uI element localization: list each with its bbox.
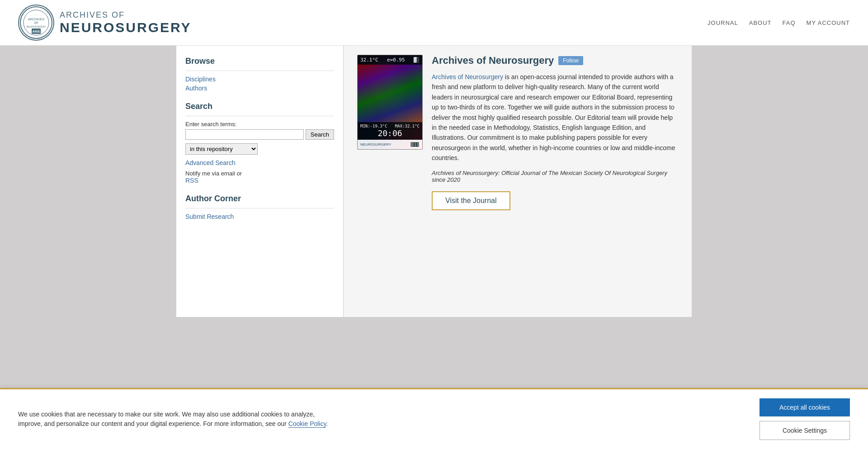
content-inner: 32.1°C e=0.95 ▓░ MIN:-19.3°C MAX:32.1°C … (357, 55, 678, 210)
advanced-search-row: Advanced Search (185, 159, 334, 166)
search-label: Enter search terms: (185, 121, 334, 128)
journal-bottom-logo: NEUROSURGERY ▐▐ (358, 140, 422, 149)
author-corner-section: Author Corner Submit Research (185, 194, 334, 220)
cookie-policy-link[interactable]: Cookie Policy (288, 420, 326, 428)
advanced-search-link[interactable]: Advanced Search (185, 159, 334, 166)
journal-top-bar: 32.1°C e=0.95 ▓░ (358, 55, 422, 65)
article-body: Archives of Neurosurgery is an open-acce… (432, 72, 678, 163)
author-corner-heading: Author Corner (185, 194, 334, 203)
logo-area: ARCHIVES OF NEUROSURGERY ANS · · · · · ·… (18, 5, 192, 41)
journal-min-temp: MIN:-19.3°C (360, 124, 387, 128)
logo-neurosurgery: NEUROSURGERY (60, 20, 192, 35)
search-input[interactable] (185, 129, 304, 140)
logo-text: ARCHIVES OF NEUROSURGERY (60, 10, 192, 35)
cookie-text: We use cookies that are necessary to mak… (18, 410, 335, 429)
visit-journal-button[interactable]: Visit the Journal (432, 191, 510, 210)
search-divider (185, 116, 334, 116)
search-row: Search (185, 129, 334, 140)
article-link[interactable]: Archives of Neurosurgery (432, 73, 503, 80)
sidebar-link-authors[interactable]: Authors (185, 85, 334, 92)
journal-emissivity: e=0.95 (387, 57, 405, 63)
article-text: Archives of Neurosurgery Follow Archives… (432, 55, 678, 210)
journal-cover-image: 32.1°C e=0.95 ▓░ MIN:-19.3°C MAX:32.1°C … (357, 55, 423, 150)
nav-faq[interactable]: FAQ (783, 19, 796, 26)
nav-about[interactable]: ABOUT (749, 19, 772, 26)
journal-bottom-bar: MIN:-19.3°C MAX:32.1°C 20:06 (358, 122, 422, 140)
browse-divider (185, 71, 334, 71)
follow-button[interactable]: Follow (558, 56, 583, 65)
journal-max-temp: MAX:32.1°C (395, 124, 420, 128)
accept-cookies-button[interactable]: Accept all cookies (760, 398, 850, 416)
sidebar: Browse Disciplines Authors Search Enter … (176, 46, 344, 317)
cookie-settings-button[interactable]: Cookie Settings (760, 421, 850, 440)
browse-section: Browse Disciplines Authors (185, 57, 334, 92)
logo-svg: ARCHIVES OF NEUROSURGERY ANS · · · · · ·… (19, 6, 53, 39)
nav-my-account[interactable]: MY ACCOUNT (807, 19, 850, 26)
svg-text:ANS: ANS (33, 29, 41, 33)
notify-label: Notify me via email or (185, 170, 242, 177)
notify-row: Notify me via email or RSS (185, 170, 334, 184)
sidebar-link-disciplines[interactable]: Disciplines (185, 76, 334, 83)
svg-text:· · · · · · · · · ·: · · · · · · · · · · (30, 14, 42, 16)
journal-time: 20:06 (360, 128, 420, 138)
journal-temp-range: MIN:-19.3°C MAX:32.1°C (360, 124, 420, 128)
main-content: 32.1°C e=0.95 ▓░ MIN:-19.3°C MAX:32.1°C … (344, 46, 692, 317)
svg-text:OF: OF (34, 21, 38, 24)
svg-text:NEUROSURGERY: NEUROSURGERY (27, 25, 46, 28)
main-container: Browse Disciplines Authors Search Enter … (176, 46, 692, 317)
article-body-text: is an open-access journal intended to pr… (432, 73, 675, 161)
logo-circle: ARCHIVES OF NEUROSURGERY ANS · · · · · ·… (18, 5, 54, 41)
search-scope-select[interactable]: in this repository (185, 143, 258, 155)
cookie-message: We use cookies that are necessary to mak… (18, 411, 315, 427)
nav-journal[interactable]: JOURNAL (708, 19, 738, 26)
rss-link[interactable]: RSS (185, 177, 334, 184)
article-title-row: Archives of Neurosurgery Follow (432, 55, 678, 66)
article-italic-note: Archives of Neurosurgery: Official Journ… (432, 170, 678, 183)
journal-temp: 32.1°C (360, 57, 378, 63)
battery-icon: ▓░ (414, 57, 420, 63)
sidebar-link-submit-research[interactable]: Submit Research (185, 213, 334, 220)
search-heading: Search (185, 102, 334, 111)
browse-heading: Browse (185, 57, 334, 66)
author-corner-divider (185, 208, 334, 208)
site-header: ARCHIVES OF NEUROSURGERY ANS · · · · · ·… (0, 0, 868, 46)
search-button[interactable]: Search (306, 129, 334, 140)
journal-cover-art (358, 65, 422, 122)
play-pause-button[interactable]: ▐▐ (410, 142, 420, 147)
top-nav: JOURNAL ABOUT FAQ MY ACCOUNT (708, 19, 850, 26)
cookie-banner: We use cookies that are necessary to mak… (0, 388, 868, 449)
journal-logo-label: NEUROSURGERY (360, 142, 391, 147)
svg-text:ARCHIVES: ARCHIVES (28, 18, 44, 21)
logo-archives-of: ARCHIVES OF (60, 10, 192, 20)
search-section: Search Enter search terms: Search in thi… (185, 102, 334, 184)
article-title: Archives of Neurosurgery (432, 55, 554, 66)
cookie-buttons: Accept all cookies Cookie Settings (760, 398, 850, 440)
